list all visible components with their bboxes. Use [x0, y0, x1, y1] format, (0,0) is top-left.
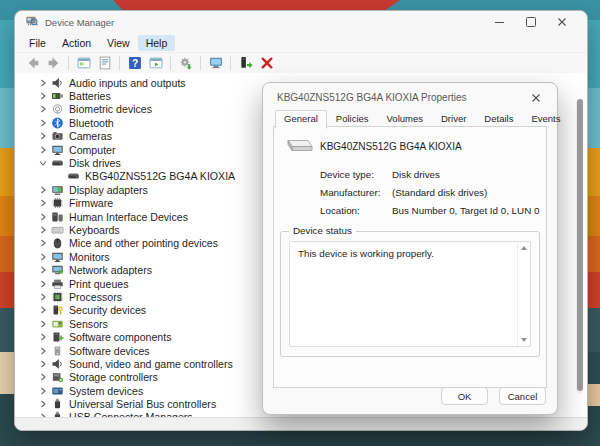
maximize-icon	[526, 17, 536, 27]
device-name: KBG40ZNS512G BG4A KIOXIA	[320, 141, 462, 152]
uninstall-device-icon[interactable]	[236, 55, 255, 72]
chevron-right-icon[interactable]	[37, 358, 48, 369]
tree-item-label: Audio inputs and outputs	[69, 77, 186, 89]
device-fields: Device type:Disk drivesManufacturer:(Sta…	[320, 169, 539, 223]
device-manager-app-icon	[25, 13, 38, 31]
tab-policies[interactable]: Policies	[327, 110, 378, 128]
scroll-down-icon[interactable]	[521, 338, 527, 342]
tab-general[interactable]: General	[275, 110, 327, 129]
general-tab-panel: KBG40ZNS512G BG4A KIOXIA Device type:Dis…	[273, 126, 547, 388]
cancel-button[interactable]: Cancel	[499, 387, 546, 405]
status-scrollbar[interactable]	[517, 242, 530, 346]
chevron-right-icon[interactable]	[37, 184, 48, 195]
tab-events[interactable]: Events	[522, 110, 569, 128]
minimize-icon	[495, 22, 504, 23]
title-bar[interactable]: Device Manager	[15, 11, 587, 33]
chevron-right-icon[interactable]	[37, 211, 48, 222]
security-icon	[51, 304, 65, 316]
chevron-right-icon[interactable]	[37, 372, 48, 383]
console-tree-icon[interactable]	[74, 55, 93, 72]
wallpaper-tan-shape	[588, 384, 600, 406]
wallpaper-beige-shape	[0, 352, 14, 394]
chevron-right-icon[interactable]	[37, 224, 48, 235]
disk-icon	[51, 157, 65, 169]
network-adapter-icon	[51, 264, 65, 276]
help-icon[interactable]: ?	[125, 55, 144, 72]
chevron-right-icon[interactable]	[37, 198, 48, 209]
tree-item-label: KBG40ZNS512G BG4A KIOXIA	[85, 170, 235, 182]
tree-item-label: Firmware	[69, 197, 113, 209]
computer-icon	[51, 144, 65, 156]
chevron-spacer	[53, 171, 64, 182]
usb-icon	[51, 398, 65, 410]
chevron-down-icon[interactable]	[37, 158, 48, 169]
chevron-right-icon[interactable]	[37, 251, 48, 262]
chevron-right-icon[interactable]	[37, 104, 48, 115]
dialog-title-bar[interactable]: KBG40ZNS512G BG4A KIOXIA Properties	[263, 83, 557, 110]
properties-icon[interactable]	[95, 55, 114, 72]
device-status-label: Device status	[289, 225, 356, 236]
maximize-button[interactable]	[515, 12, 546, 32]
bluetooth-icon	[51, 117, 65, 129]
scan-hardware-changes-icon[interactable]	[176, 55, 195, 72]
software-component-icon	[51, 331, 65, 343]
forward-icon[interactable]	[44, 55, 63, 72]
tree-item-label: Batteries	[69, 90, 111, 102]
tree-item-label: Security devices	[69, 304, 146, 316]
minimize-button[interactable]	[484, 12, 515, 32]
tree-item-label: Computer	[69, 144, 116, 156]
scroll-up-icon[interactable]	[521, 246, 527, 250]
field-label: Location:	[320, 205, 392, 216]
chevron-right-icon[interactable]	[37, 91, 48, 102]
tree-item-label: Biometric devices	[69, 103, 152, 115]
device-status-text-area[interactable]: This device is working properly.	[289, 241, 531, 347]
window-controls	[484, 12, 577, 32]
display-adapter-icon	[51, 184, 65, 196]
tree-scrollbar-thumb[interactable]	[577, 99, 583, 391]
tree-item-label: Print queues	[69, 278, 128, 290]
tab-volumes[interactable]: Volumes	[378, 110, 432, 128]
chevron-right-icon[interactable]	[37, 278, 48, 289]
tree-item-label: System devices	[69, 385, 143, 397]
chevron-right-icon[interactable]	[37, 305, 48, 316]
update-driver-icon[interactable]	[206, 55, 225, 72]
chevron-right-icon[interactable]	[37, 318, 48, 329]
tab-details[interactable]: Details	[475, 110, 522, 128]
tree-item-label: Human Interface Devices	[69, 211, 188, 223]
disable-device-icon[interactable]	[257, 55, 276, 72]
chevron-right-icon[interactable]	[37, 144, 48, 155]
chevron-right-icon[interactable]	[37, 399, 48, 410]
menu-item-help[interactable]: Help	[138, 35, 176, 51]
chevron-right-icon[interactable]	[37, 77, 48, 88]
chevron-right-icon[interactable]	[37, 385, 48, 396]
chevron-right-icon[interactable]	[37, 131, 48, 142]
menu-item-file[interactable]: File	[21, 35, 54, 51]
fingerprint-icon	[51, 103, 65, 115]
chevron-right-icon[interactable]	[37, 332, 48, 343]
toolbar-separator	[119, 56, 120, 70]
software-device-icon	[51, 345, 65, 357]
back-icon[interactable]	[23, 55, 42, 72]
tree-item-label: Display adapters	[69, 184, 148, 196]
tree-item-label: Universal Serial Bus controllers	[69, 398, 216, 410]
tab-driver[interactable]: Driver	[432, 110, 475, 128]
field-label: Manufacturer:	[320, 187, 392, 198]
toolbar-separator	[68, 56, 69, 70]
chevron-right-icon[interactable]	[37, 265, 48, 276]
tree-item-label: Sound, video and game controllers	[69, 358, 233, 370]
chevron-right-icon[interactable]	[37, 238, 48, 249]
tree-scrollbar[interactable]	[576, 99, 583, 394]
close-button[interactable]	[546, 12, 577, 32]
dialog-close-button[interactable]	[527, 89, 545, 107]
chevron-right-icon[interactable]	[37, 345, 48, 356]
chevron-right-icon[interactable]	[37, 117, 48, 128]
chevron-right-icon[interactable]	[37, 291, 48, 302]
tree-item-label: Keyboards	[69, 224, 120, 236]
menu-item-view[interactable]: View	[99, 35, 138, 51]
svg-text:?: ?	[131, 58, 137, 69]
menu-item-action[interactable]: Action	[54, 35, 99, 51]
action-pane-icon[interactable]	[146, 55, 165, 72]
printer-icon	[51, 278, 65, 290]
ok-button[interactable]: OK	[441, 387, 488, 405]
tree-item-label: Storage controllers	[69, 371, 158, 383]
